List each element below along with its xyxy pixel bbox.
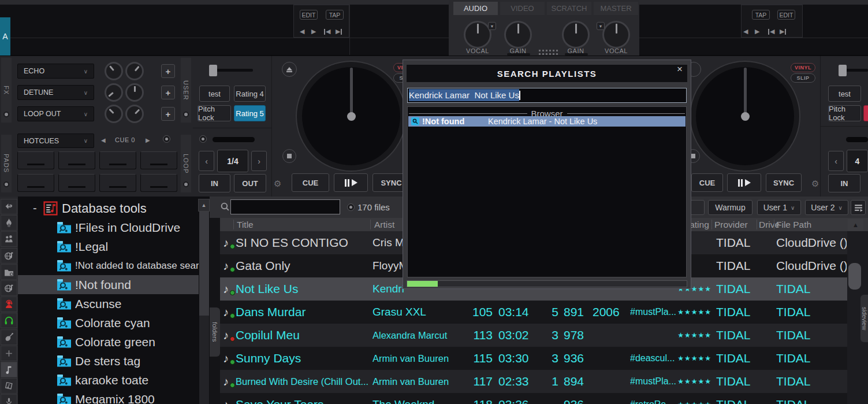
- table-row[interactable]: ♪Burned With Desire (Chill Out...Armin v…: [220, 370, 847, 393]
- deck-b-next-icon[interactable]: ▶: [755, 28, 759, 35]
- sidebar-tool-karaoke-mic-icon[interactable]: [1, 296, 17, 312]
- fx-knob[interactable]: [125, 62, 144, 80]
- dialog-title-bar[interactable]: SEARCH PLAYLISTS: [407, 65, 687, 82]
- eject-a-button[interactable]: [282, 62, 297, 77]
- loop-slider-a[interactable]: [213, 137, 255, 142]
- column-header-title[interactable]: Title: [237, 218, 254, 231]
- fx-add-button[interactable]: +: [161, 107, 175, 121]
- settings-gear-b-icon[interactable]: ⚙: [811, 179, 819, 189]
- cue-next-icon[interactable]: ▶: [146, 137, 150, 143]
- sidebar-tool-music-note-icon[interactable]: [1, 362, 17, 377]
- user-button-rating-5[interactable]: Rating 5: [234, 105, 266, 121]
- loop-slider-b[interactable]: [846, 137, 868, 142]
- sidebar-tool-folder-sync-icon[interactable]: [1, 264, 17, 280]
- fx-add-button[interactable]: +: [161, 64, 175, 78]
- play-pause-b-button[interactable]: [727, 173, 761, 192]
- tree-root-label[interactable]: Database tools: [62, 199, 147, 218]
- tree-collapse-toggle[interactable]: -: [33, 199, 37, 218]
- user-b-test-button[interactable]: test: [828, 86, 861, 102]
- deck-a-skip-start-icon[interactable]: ◀: [324, 28, 330, 35]
- sidebar-tool-flame-icon[interactable]: [1, 215, 17, 231]
- sync-b-button[interactable]: SYNC: [766, 173, 802, 192]
- loop-in-a-button[interactable]: IN: [199, 174, 230, 192]
- fx-knob[interactable]: [105, 83, 123, 102]
- pitch-slider-a-handle[interactable]: [209, 65, 217, 76]
- sidebar-tool-back-icon[interactable]: [1, 199, 17, 214]
- deck-a-next-icon[interactable]: ▶: [311, 28, 316, 35]
- toolbar-button-warmup[interactable]: Warmup: [708, 200, 752, 215]
- deck-a-prev-icon[interactable]: ◀: [300, 28, 304, 35]
- loop-half-a-button[interactable]: ‹: [199, 151, 214, 171]
- column-header-provider[interactable]: Provider: [714, 218, 748, 231]
- pads-radio[interactable]: [163, 135, 170, 143]
- deck-b-edit-button[interactable]: EDIT: [777, 10, 795, 20]
- table-row[interactable]: ♪Save Your TearsThe Weeknd11803:36936#re…: [220, 393, 847, 404]
- deck-a-edit-button[interactable]: EDIT: [300, 10, 318, 20]
- sidebar-item-colorate-cyan[interactable]: Colorate cyan: [18, 313, 199, 332]
- settings-gear-a-icon[interactable]: ⚙: [274, 179, 281, 189]
- performance-pad-2[interactable]: [58, 151, 95, 169]
- play-pause-a-button[interactable]: [334, 173, 368, 192]
- sidebar-tool-cube-note-icon[interactable]: [1, 378, 17, 394]
- fx-knob[interactable]: [125, 83, 144, 102]
- sidebar-item--not-found[interactable]: !Not found: [18, 275, 199, 294]
- stop-a-button[interactable]: [282, 149, 296, 163]
- mixer-tab-master[interactable]: MASTER: [594, 2, 638, 15]
- performance-pad-5[interactable]: [17, 174, 54, 192]
- sidebar-tool-people-icon[interactable]: [1, 231, 17, 247]
- performance-pad-3[interactable]: [99, 151, 136, 169]
- jog-wheel-a[interactable]: [296, 61, 407, 172]
- vinyl-b-button[interactable]: VINYL: [791, 63, 815, 72]
- slip-b-button[interactable]: SLIP: [791, 73, 815, 83]
- mixer-knob-gain[interactable]: [504, 21, 532, 49]
- column-header-path[interactable]: File Path: [776, 218, 811, 231]
- sidebar-item--not-added-to-database-search[interactable]: !Not added to database search: [18, 256, 199, 275]
- mixer-tab-scratch[interactable]: SCRATCH: [547, 2, 591, 15]
- deck-a-tap-button[interactable]: TAP: [326, 10, 344, 20]
- loop-in-b-button[interactable]: IN: [828, 174, 860, 192]
- fx-slot-dropdown-2[interactable]: DETUNE∨: [17, 85, 94, 100]
- table-scrollbar-thumb[interactable]: [848, 263, 861, 290]
- table-row[interactable]: ♪Dans MurdarGrasu XXL10503:1458912006#mu…: [220, 301, 847, 324]
- dialog-search-input[interactable]: Kendrick Lamar Not Like Us: [407, 88, 687, 103]
- folders-tab[interactable]: folders: [210, 307, 220, 357]
- loop-half-b-button[interactable]: ‹: [828, 151, 844, 171]
- deck-b-tap-button[interactable]: TAP: [752, 10, 770, 20]
- cue-prev-icon[interactable]: ◀: [101, 137, 106, 143]
- sidebar-scroll-up-button[interactable]: ▲: [198, 199, 210, 212]
- pitch-slider-b-handle[interactable]: [839, 65, 847, 76]
- tree-root-row[interactable]: - Database tools: [18, 199, 199, 218]
- loop-size-a[interactable]: 1/4: [217, 150, 248, 172]
- dialog-close-button[interactable]: ×: [677, 64, 683, 75]
- mixer-tab-audio[interactable]: AUDIO: [453, 2, 498, 15]
- search-input[interactable]: [230, 199, 340, 214]
- sidebar-tool-headphones-icon[interactable]: [1, 313, 17, 328]
- mixer-knob-vocal[interactable]: [602, 21, 630, 49]
- sort-indicator[interactable]: ▲: [848, 219, 863, 231]
- sideview-tab[interactable]: sideview: [860, 295, 868, 342]
- cue-a-button[interactable]: CUE: [292, 173, 329, 192]
- table-row[interactable]: ♪Sunny DaysArmin van Buuren11503:303936#…: [220, 347, 847, 370]
- sidebar-item--files-in-clouddrive[interactable]: !Files in CloudDrive: [18, 218, 199, 237]
- sidebar-item-megamix-1800[interactable]: Megamix 1800: [18, 390, 199, 404]
- sidebar-tool-globe-music-icon[interactable]: [1, 248, 17, 264]
- toolbar-button-user-2[interactable]: User 2∨: [805, 200, 848, 215]
- deck-b-prev-icon[interactable]: ◀: [743, 28, 748, 35]
- loop-out-a-button[interactable]: OUT: [234, 174, 266, 192]
- user-button-rating-4[interactable]: Rating 4: [234, 86, 266, 102]
- fx-knob[interactable]: [105, 62, 123, 80]
- table-row[interactable]: ♪Copilul MeuAlexandra Marcut11303:023978…: [220, 324, 847, 347]
- fx-knob[interactable]: [105, 105, 123, 123]
- pads-mode-dropdown[interactable]: HOTCUES∨: [17, 134, 94, 148]
- sidebar-item-de-sters-tag[interactable]: De sters tag: [18, 351, 199, 370]
- list-view-button[interactable]: [851, 200, 866, 215]
- mixer-tab-video[interactable]: VIDEO: [500, 2, 545, 15]
- jog-wheel-b[interactable]: [690, 61, 800, 172]
- performance-pad-7[interactable]: [99, 174, 136, 192]
- toolbar-button-user-1[interactable]: User 1∨: [757, 200, 801, 215]
- loop-size-b[interactable]: 4: [847, 150, 868, 172]
- mixer-knob-vocal[interactable]: [464, 21, 491, 49]
- deck-b-skip-end-icon[interactable]: ▶: [780, 28, 786, 35]
- sidebar-item-colorate-green[interactable]: Colorate green: [18, 332, 199, 351]
- dialog-result-row[interactable]: !Not found Kendrick Lamar - Not Like Us: [408, 116, 686, 127]
